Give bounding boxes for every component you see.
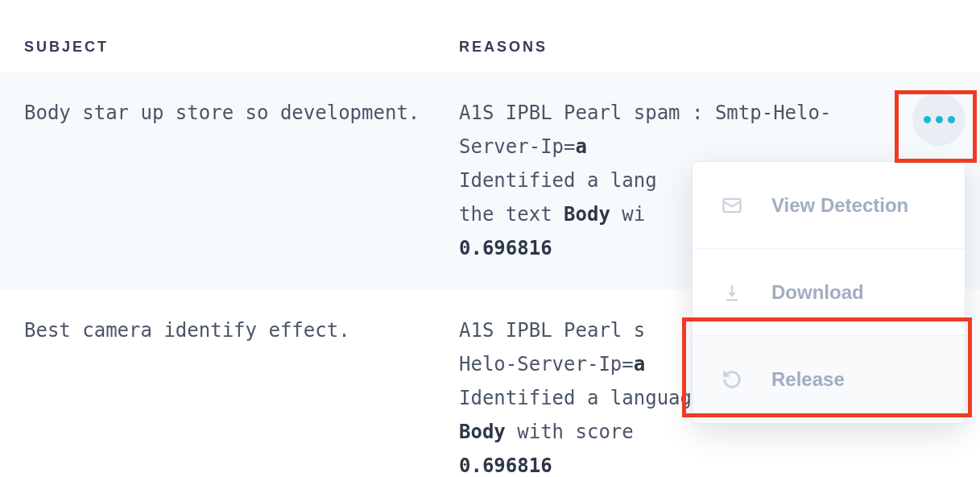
menu-label: Release bbox=[771, 368, 845, 391]
reason-text: the text bbox=[459, 203, 564, 226]
menu-label: Download bbox=[771, 281, 864, 304]
dots-icon bbox=[924, 116, 931, 123]
reason-text: Helo-Server-Ip= bbox=[459, 353, 634, 375]
menu-label: View Detection bbox=[771, 194, 908, 217]
reason-text: A1S IPBL Pearl s bbox=[459, 319, 645, 342]
svg-rect-1 bbox=[726, 299, 738, 301]
mail-search-icon bbox=[718, 192, 746, 219]
menu-download[interactable]: Download bbox=[693, 249, 965, 336]
reason-text: Identified a lang bbox=[459, 169, 657, 192]
reason-text: Identified a language bbox=[459, 387, 715, 409]
more-actions-button[interactable] bbox=[912, 93, 966, 146]
menu-view-detection[interactable]: View Detection bbox=[693, 162, 965, 249]
dots-icon bbox=[936, 116, 943, 123]
dots-icon bbox=[948, 116, 955, 123]
reason-score: 0.696816 bbox=[459, 237, 552, 259]
reason-bold: a bbox=[634, 353, 645, 375]
subject-cell: Body star up store so development. bbox=[24, 96, 459, 265]
reason-bold: Body bbox=[459, 421, 506, 443]
column-header-reasons: Reasons bbox=[459, 39, 956, 56]
column-header-subject: Subject bbox=[24, 39, 459, 56]
reason-text: A1S IPBL Pearl spam : Smtp-Helo-Server-I… bbox=[459, 102, 831, 158]
reason-text: with score bbox=[506, 421, 634, 443]
reason-bold: Body bbox=[564, 203, 610, 226]
subject-cell: Best camera identify effect. bbox=[24, 313, 459, 477]
reason-score: 0.696816 bbox=[459, 454, 552, 477]
row-actions-menu: View Detection Download Release bbox=[692, 161, 966, 424]
menu-release[interactable]: Release bbox=[693, 336, 965, 423]
table-header: Subject Reasons bbox=[0, 0, 980, 72]
undo-icon bbox=[718, 366, 746, 393]
reason-bold: a bbox=[576, 135, 587, 158]
download-icon bbox=[718, 279, 746, 306]
reason-text: wi bbox=[610, 203, 645, 226]
